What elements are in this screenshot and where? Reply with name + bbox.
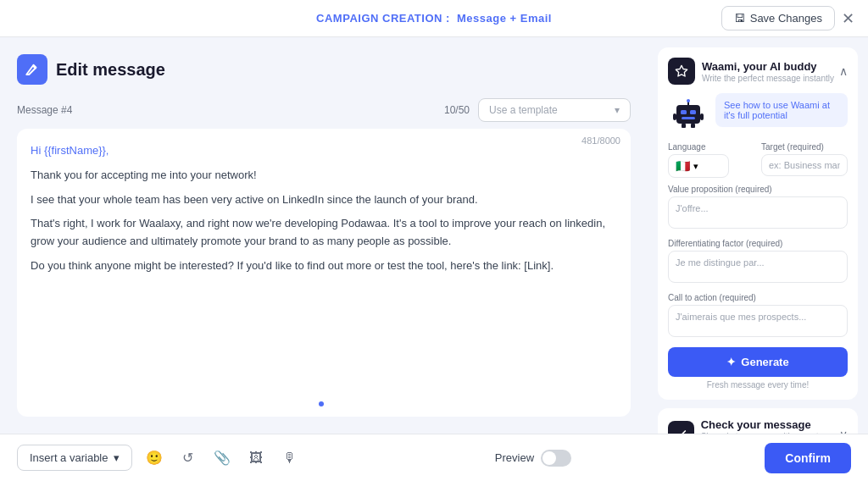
campaign-step: Message + Email <box>457 12 552 25</box>
message-line-1: Thank you for accepting me into your net… <box>31 167 617 185</box>
bottom-toolbar: Insert a variable ▾ 🙂 ↺ 📎 🖼 🎙 Preview Co… <box>0 434 868 481</box>
svg-rect-7 <box>673 113 676 120</box>
chevron-down-lang-icon: ▾ <box>693 161 698 172</box>
cta-textarea[interactable] <box>668 305 848 337</box>
toolbar-left: Insert a variable ▾ 🙂 ↺ 📎 🖼 🎙 <box>17 445 302 471</box>
preview-area: Preview <box>495 450 571 467</box>
generate-note: Fresh message every time! <box>668 380 848 390</box>
value-label: Value proposition (required) <box>668 185 848 194</box>
ai-card: Waami, your AI buddy Write the perfect m… <box>658 47 858 400</box>
target-input[interactable] <box>761 154 848 176</box>
main-layout: Edit message Message #4 10/50 Use a temp… <box>0 37 868 434</box>
edit-icon-box <box>17 54 47 85</box>
undo-icon[interactable]: ↺ <box>176 446 200 470</box>
check-card-expand-icon[interactable]: ∨ <box>839 428 848 434</box>
target-label: Target (required) <box>761 142 848 152</box>
svg-marker-0 <box>676 65 687 76</box>
flag-icon: 🇮🇹 <box>676 159 690 173</box>
check-message-card: Check your message Skyrocket response wi… <box>658 408 858 434</box>
toggle-thumb <box>542 451 556 465</box>
template-select[interactable]: Use a template ▾ <box>478 98 631 122</box>
chevron-down-var-icon: ▾ <box>114 451 120 464</box>
confirm-button[interactable]: Confirm <box>765 443 851 473</box>
insert-var-label: Insert a variable <box>30 451 108 464</box>
message-line-2: I see that your whole team has been very… <box>31 191 617 209</box>
image-icon[interactable]: 🖼 <box>244 446 268 470</box>
check-icon <box>674 428 687 434</box>
confirm-label: Confirm <box>785 451 831 465</box>
check-card-text: Check your message Skyrocket response wi… <box>701 418 839 434</box>
dot-indicator <box>319 401 324 406</box>
check-card-title: Check your message <box>701 418 839 431</box>
generate-label: Generate <box>741 356 788 368</box>
cta-label: Call to action (required) <box>668 293 848 302</box>
emoji-icon[interactable]: 🙂 <box>142 446 166 470</box>
template-placeholder: Use a template <box>489 104 558 116</box>
campaign-title: CAMPAIGN CREATION : Message + Email <box>316 12 552 25</box>
check-icon-box <box>668 421 694 434</box>
message-line-4: Do you think anyone might be interested?… <box>31 257 617 275</box>
svg-rect-1 <box>676 105 700 124</box>
preview-label: Preview <box>495 451 534 464</box>
ai-card-text: Waami, your AI buddy Write the perfect m… <box>702 60 834 83</box>
save-button[interactable]: 🖫 Save Changes <box>721 6 835 30</box>
right-panel: Waami, your AI buddy Write the perfect m… <box>648 37 868 434</box>
message-content: Hi {{firstName}}, Thank you for acceptin… <box>31 142 617 275</box>
svg-point-6 <box>687 99 690 102</box>
edit-icon <box>25 62 40 77</box>
char-count-badge: 10/50 <box>444 104 470 116</box>
top-bar: CAMPAIGN CREATION : Message + Email 🖫 Sa… <box>0 0 868 37</box>
language-target-row: Language 🇮🇹 ▾ Target (required) <box>668 142 848 178</box>
svg-rect-8 <box>700 113 704 120</box>
ai-icon <box>675 64 688 78</box>
message-line-3: That's right, I work for Waalaxy, and ri… <box>31 215 617 251</box>
sparkle-icon: ✦ <box>726 356 736 368</box>
waami-robot-icon <box>668 93 709 134</box>
greeting-text: Hi {{firstName}}, <box>31 144 109 157</box>
edit-message-title: Edit message <box>56 60 165 80</box>
ai-card-subtitle: Write the perfect message instantly <box>702 74 834 83</box>
attach-icon[interactable]: 📎 <box>210 446 234 470</box>
differentiating-textarea[interactable] <box>668 251 848 283</box>
ai-card-header-left: Waami, your AI buddy Write the perfect m… <box>668 58 834 85</box>
waami-tip[interactable]: See how to use Waami at it's full potent… <box>715 93 848 127</box>
top-bar-actions: 🖫 Save Changes ✕ <box>721 6 854 30</box>
language-label: Language <box>668 142 754 152</box>
campaign-label: CAMPAIGN CREATION : <box>316 12 450 25</box>
svg-rect-10 <box>691 124 695 128</box>
language-field-group: Language 🇮🇹 ▾ <box>668 142 754 178</box>
insert-variable-button[interactable]: Insert a variable ▾ <box>17 445 132 471</box>
char-count-editor: 481/8000 <box>581 135 620 146</box>
message-number: Message #4 <box>17 104 436 116</box>
save-icon: 🖫 <box>734 12 745 25</box>
check-card-left: Check your message Skyrocket response wi… <box>668 418 839 434</box>
check-card-header: Check your message Skyrocket response wi… <box>668 418 848 434</box>
svg-rect-4 <box>682 117 695 119</box>
preview-toggle[interactable] <box>541 450 571 467</box>
ai-icon-box <box>668 58 695 85</box>
edit-message-header: Edit message <box>17 54 631 85</box>
chevron-down-icon: ▾ <box>615 104 620 116</box>
svg-rect-2 <box>681 110 687 114</box>
svg-rect-3 <box>690 110 696 114</box>
value-textarea[interactable] <box>668 196 848 229</box>
ai-card-collapse-icon[interactable]: ∧ <box>839 64 848 78</box>
ai-card-header: Waami, your AI buddy Write the perfect m… <box>668 58 848 85</box>
close-button[interactable]: ✕ <box>842 11 854 26</box>
waami-row: See how to use Waami at it's full potent… <box>668 93 848 134</box>
generate-button[interactable]: ✦ Generate <box>668 347 848 377</box>
ai-card-title: Waami, your AI buddy <box>702 60 834 73</box>
save-label: Save Changes <box>750 12 822 25</box>
left-panel: Edit message Message #4 10/50 Use a temp… <box>0 37 648 434</box>
differentiating-label: Differentiating factor (required) <box>668 239 848 248</box>
svg-rect-9 <box>682 124 686 128</box>
target-field-group: Target (required) <box>761 142 848 178</box>
language-select[interactable]: 🇮🇹 ▾ <box>668 154 729 178</box>
message-editor[interactable]: 481/8000 Hi {{firstName}}, Thank you for… <box>17 129 631 417</box>
message-meta-row: Message #4 10/50 Use a template ▾ <box>17 98 631 122</box>
voice-icon[interactable]: 🎙 <box>278 446 302 470</box>
